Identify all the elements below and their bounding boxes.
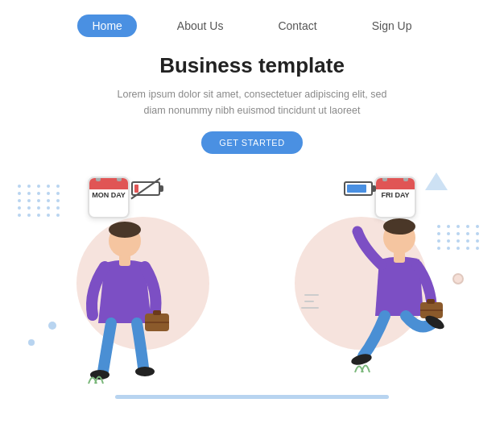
calendar-monday: MON DAY bbox=[87, 176, 130, 218]
nav-contact[interactable]: Contact bbox=[263, 15, 331, 37]
svg-rect-4 bbox=[153, 310, 161, 315]
svg-rect-2 bbox=[119, 255, 130, 266]
battery-full bbox=[344, 181, 373, 196]
get-started-button[interactable]: GET STARTED bbox=[201, 131, 302, 154]
svg-rect-12 bbox=[427, 299, 435, 304]
navigation: Home About Us Contact Sign Up bbox=[0, 0, 504, 45]
dots-left bbox=[18, 185, 62, 217]
nav-signup[interactable]: Sign Up bbox=[357, 15, 427, 37]
person-friday bbox=[319, 215, 460, 392]
deco-circle-1 bbox=[48, 322, 56, 330]
person-monday bbox=[64, 218, 185, 388]
hero-title: Business template bbox=[0, 53, 504, 78]
illustration-area: MON DAY FRI DAY bbox=[0, 160, 504, 410]
svg-point-9 bbox=[383, 218, 415, 235]
nav-about[interactable]: About Us bbox=[163, 15, 238, 37]
svg-point-7 bbox=[135, 367, 155, 376]
triangle-decoration bbox=[425, 172, 448, 190]
deco-circle-3 bbox=[28, 339, 35, 346]
battery-low bbox=[131, 181, 160, 196]
svg-rect-10 bbox=[394, 251, 405, 263]
calendar-friday: FRI DAY bbox=[374, 176, 417, 218]
hero-section: Business template Lorem ipsum dolor sit … bbox=[0, 53, 504, 154]
nav-home[interactable]: Home bbox=[77, 15, 136, 37]
speed-lines bbox=[304, 294, 319, 314]
blue-bottom-line bbox=[115, 395, 389, 399]
svg-point-1 bbox=[109, 222, 141, 238]
hero-subtitle: Lorem ipsum dolor sit amet, consectetuer… bbox=[115, 86, 389, 118]
